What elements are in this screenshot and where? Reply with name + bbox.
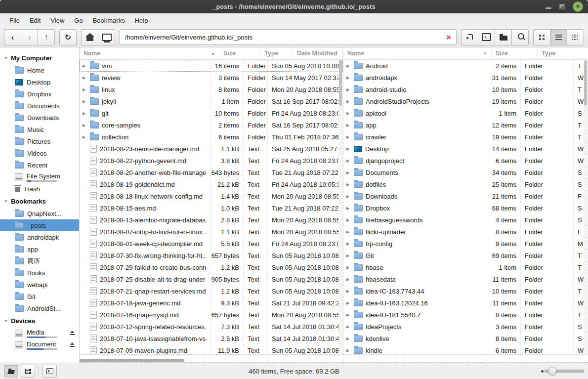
right-pane-vertical-scrollbar[interactable] [584, 60, 588, 356]
file-row[interactable]: 2018-07-16-qnap-mysql.md657 bytesTextMon… [80, 309, 343, 321]
zoom-slider-track[interactable] [545, 370, 584, 373]
file-row[interactable]: 2018-07-18-java-generic.md9.3 kBTextSat … [80, 297, 343, 309]
search-button[interactable] [511, 29, 529, 45]
eject-icon[interactable] [70, 342, 75, 347]
file-row[interactable]: 2018-08-15-aes.md1.0 kBTextTue 21 Aug 20… [80, 202, 343, 214]
folder-row[interactable]: ▶Desktop14 itemsFolderW [343, 143, 588, 155]
folder-row[interactable]: ▶Downloads21 itemsFolderF [343, 190, 588, 202]
sidebar-item-qnapnext-[interactable]: QnapNext... [0, 208, 79, 219]
folder-row[interactable]: ▶dotfiles25 itemsFolderS [343, 178, 588, 190]
folder-row[interactable]: ▶linux8 itemsFolderMon 20 Aug 2018 08:55 [80, 84, 343, 95]
expander-icon[interactable]: ▶ [83, 64, 87, 68]
minimize-button[interactable] [546, 7, 551, 9]
expander-icon[interactable]: ▶ [83, 87, 87, 92]
expander-icon[interactable]: ▶ [346, 170, 351, 175]
folder-row[interactable]: ▶IdeaProjects3 itemsFolderS [343, 321, 588, 333]
open-terminal-button[interactable]: >_ [478, 29, 495, 45]
expander-icon[interactable]: ▶ [83, 99, 87, 104]
folder-row[interactable]: ▶kdenlive8 itemsFolderS [343, 333, 588, 344]
sidebar-item-androidapk[interactable]: androidapk [0, 231, 79, 243]
sidebar-item-books[interactable]: Books [0, 267, 79, 279]
folder-row[interactable]: ▶idea-IU-181.5540.78 itemsFolderT [343, 309, 588, 321]
folder-row[interactable]: ▶Git69 itemsFolderT [343, 250, 588, 261]
expander-icon[interactable]: ▶ [346, 99, 351, 104]
column-header-date-modified[interactable]: Date Modified [293, 47, 343, 59]
back-button[interactable]: ‹ [4, 29, 21, 45]
folder-row[interactable]: ▶kindle6 itemsFolderW [343, 344, 588, 354]
expander-icon[interactable]: ▶ [346, 242, 351, 246]
menu-bookmarks[interactable]: Bookmarks [88, 15, 129, 26]
folder-row[interactable]: ▶androidapk31 itemsFolderW [343, 72, 588, 84]
folder-row[interactable]: ▶app12 itemsFolderT [343, 119, 588, 131]
folder-row[interactable]: ▶apktool1 itemFolderS [343, 107, 588, 119]
eject-icon[interactable] [70, 331, 75, 336]
file-row[interactable]: 2018-08-07-iotop-to-find-out-io-linux...… [80, 226, 343, 238]
expander-icon[interactable]: ▶ [346, 87, 351, 92]
sidebar-item-pictures[interactable]: Pictures [0, 135, 79, 147]
menu-file[interactable]: File [5, 15, 24, 26]
folder-row[interactable]: ▶Android2 itemsFolderT [343, 60, 588, 72]
folder-row[interactable]: ▶idea-IC-163.7743.4410 itemsFolderT [343, 285, 588, 297]
maximize-button[interactable] [559, 4, 565, 9]
sidebar-item-recent[interactable]: Recent [0, 159, 79, 171]
list-view-button[interactable] [550, 29, 567, 45]
file-row[interactable]: 2018-08-22-python-gevent.md3.8 kBTextFri… [80, 155, 343, 167]
expander-icon[interactable]: ▶ [346, 348, 351, 353]
folder-row[interactable]: ▶android-studio10 itemsFolderT [343, 84, 588, 95]
expander-icon[interactable]: ▶ [346, 218, 351, 222]
expander-icon[interactable]: ▶ [346, 111, 351, 116]
sidebar-item-dropbox[interactable]: Dropbox [0, 88, 79, 100]
refresh-button[interactable]: ↻ [59, 29, 77, 45]
expander-icon[interactable]: ▶ [346, 123, 351, 127]
expander-icon[interactable]: ▶ [346, 206, 351, 211]
file-row[interactable]: 2018-07-09-maven-plugins.md11.9 kBTextSu… [80, 344, 343, 354]
expander-icon[interactable]: ▶ [346, 76, 351, 80]
column-header-size[interactable]: Size [492, 47, 538, 59]
folder-row[interactable]: ▶collection6 itemsFolderThu 01 Feb 2018 … [80, 131, 343, 143]
expander-icon[interactable]: ▶ [346, 277, 351, 282]
sidebar-item-document[interactable]: Document [0, 339, 79, 351]
left-pane-vertical-scrollbar[interactable] [338, 60, 342, 356]
column-header-type[interactable]: Type [260, 47, 293, 59]
menu-edit[interactable]: Edit [25, 15, 45, 26]
folder-row[interactable]: ▶frp-config9 itemsFolderM [343, 238, 588, 250]
menu-view[interactable]: View [46, 15, 69, 26]
expander-icon[interactable]: ▶ [346, 325, 351, 329]
expander-icon[interactable]: ▶ [83, 135, 87, 139]
file-row[interactable]: 2018-07-12-spring-related-resources....7… [80, 321, 343, 333]
titlebar[interactable]: _posts - /home/einverne/Git/einverne.git… [0, 0, 588, 13]
expander-icon[interactable]: ▶ [346, 135, 351, 139]
file-row[interactable]: 2018-07-10-java-isassignablefrom-vs-i...… [80, 333, 343, 344]
expander-icon[interactable]: ▶ [83, 123, 87, 127]
expander-icon[interactable]: ▶ [346, 289, 351, 294]
file-row[interactable]: 2018-08-19-goldendict.md21.2 kBTextFri 2… [80, 178, 343, 190]
open-folder-button[interactable] [495, 29, 511, 45]
sidebar-item-trash[interactable]: Trash [0, 183, 79, 195]
folder-row[interactable]: ▶Documents34 itemsFolderS [343, 167, 588, 178]
close-button[interactable]: × [573, 1, 583, 12]
sidebar-item-home[interactable]: Home [0, 64, 79, 76]
file-row[interactable]: 2018-07-29-failed-to-create-bus-conn...1… [80, 261, 343, 273]
sidebar-item-webapi[interactable]: webapi [0, 279, 79, 291]
expander-icon[interactable]: ▶ [346, 301, 351, 305]
sidebar-section-devices[interactable]: ▼Devices [0, 314, 79, 327]
zoom-slider-thumb[interactable] [548, 367, 557, 376]
folder-row[interactable]: ▶Dropbox68 itemsFolderS [343, 202, 588, 214]
scrollbar-thumb[interactable] [584, 60, 587, 106]
expander-icon[interactable]: ▶ [346, 230, 351, 234]
expander-icon[interactable]: ▶ [346, 313, 351, 317]
folder-row[interactable]: ▶crawler19 itemsFolderT [343, 131, 588, 143]
folder-row[interactable]: ▶hbasedata11 itemsFolderW [343, 273, 588, 285]
column-header-size[interactable]: Size [219, 47, 260, 59]
expander-icon[interactable]: ▶ [83, 111, 87, 116]
sidebar-item-git[interactable]: Git [0, 291, 79, 302]
menu-go[interactable]: Go [70, 15, 87, 26]
file-row[interactable]: 2018-07-21-qnap-restart-services.md1.2 k… [80, 285, 343, 297]
forward-button[interactable]: › [21, 29, 38, 45]
sidebar-item-desktop[interactable]: Desktop [0, 76, 79, 88]
sidebar-item-app[interactable]: app [0, 243, 79, 255]
toggle-location-entry-button[interactable] [461, 29, 478, 45]
sidebar-section-my-computer[interactable]: ▼My Computer [0, 51, 79, 64]
menu-help[interactable]: Help [130, 15, 153, 26]
location-input[interactable] [124, 33, 445, 42]
